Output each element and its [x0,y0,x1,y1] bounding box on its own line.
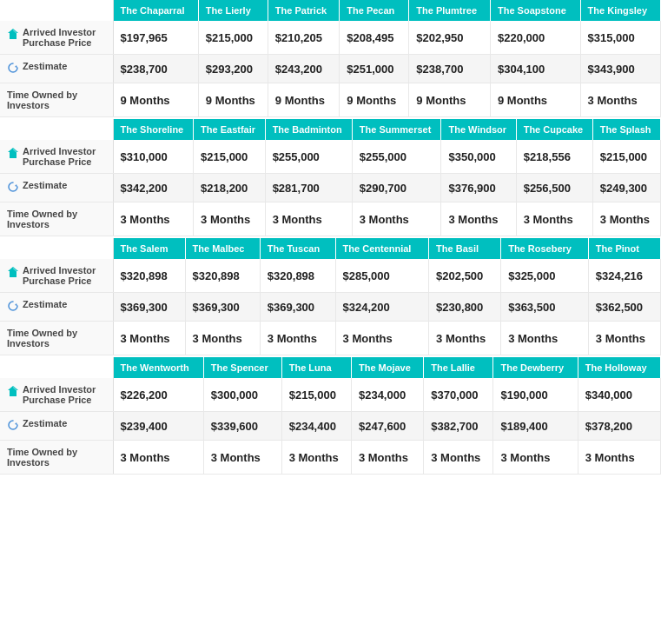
cell-zestimate-5: $304,100 [491,55,581,83]
cell-time-0: 3 Months [113,322,185,355]
data-row-purchase: Arrived Investor Purchase Price$197,965$… [0,21,661,55]
cell-zestimate-4: $230,800 [429,293,501,322]
cell-purchase-4: $202,500 [429,259,501,293]
column-header-1: The Chaparral [113,0,198,21]
column-header-4: The Centennial [335,238,429,259]
cell-zestimate-6: $362,500 [588,293,660,322]
column-header-7: The Splash [592,119,660,140]
cell-purchase-5: $190,000 [493,378,578,412]
row-label-cell: Arrived Investor Purchase Price [0,140,113,174]
column-header-3: The Patrick [268,0,339,21]
row-label-cell: Zestimate [0,55,113,83]
cell-purchase-1: $320,898 [185,259,260,293]
cell-time-1: 3 Months [203,441,281,475]
cell-zestimate-5: $189,400 [493,412,578,441]
data-row-zestimate: Zestimate$238,700$293,200$243,200$251,00… [0,55,661,83]
cell-purchase-3: $208,495 [340,21,409,55]
cell-purchase-3: $255,000 [352,140,441,174]
cell-purchase-5: $325,000 [501,259,589,293]
cell-time-4: 3 Months [424,441,493,475]
zestimate-icon [7,419,19,434]
cell-zestimate-6: $343,900 [580,55,660,83]
data-row-time: Time Owned by Investors3 Months3 Months3… [0,441,661,475]
label-header [0,238,113,259]
column-header-4: The Mojave [351,357,423,378]
row-label-cell: Time Owned by Investors [0,441,113,475]
row-label-cell: Zestimate [0,293,113,322]
cell-time-6: 3 Months [592,202,660,236]
column-header-2: The Eastfair [194,119,266,140]
cell-time-5: 3 Months [501,322,589,355]
data-row-purchase: Arrived Investor Purchase Price$320,898$… [0,259,661,293]
cell-time-5: 9 Months [491,83,581,117]
zestimate-icon [7,300,19,315]
cell-time-1: 9 Months [198,83,268,117]
row-label-text: Zestimate [23,299,67,309]
column-header-6: The Cupcake [516,119,592,140]
data-row-zestimate: Zestimate$239,400$339,600$234,400$247,60… [0,412,661,441]
cell-purchase-0: $320,898 [113,259,185,293]
column-header-3: The Luna [281,357,351,378]
cell-zestimate-6: $249,300 [592,174,660,202]
row-label-text: Time Owned by Investors [7,447,106,468]
cell-purchase-1: $215,000 [198,21,268,55]
row-label-text: Arrived Investor Purchase Price [23,265,106,286]
cell-purchase-1: $215,000 [194,140,266,174]
column-header-2: The Malbec [185,238,260,259]
header-row: The ShorelineThe EastfairThe BadmintonTh… [0,119,661,140]
cell-time-0: 3 Months [113,441,203,475]
zestimate-icon [7,62,19,76]
cell-purchase-5: $218,556 [516,140,592,174]
header-row: The WentworthThe SpencerThe LunaThe Moja… [0,357,661,378]
cell-time-3: 3 Months [352,202,441,236]
cell-time-0: 3 Months [113,202,194,236]
zestimate-icon [7,181,19,196]
cell-zestimate-6: $378,200 [578,412,660,441]
cell-time-2: 3 Months [281,441,351,475]
cell-zestimate-5: $256,500 [516,174,592,202]
label-header [0,357,113,378]
cell-zestimate-0: $239,400 [113,412,203,441]
cell-purchase-2: $320,898 [260,259,335,293]
column-header-6: The Dewberry [493,357,578,378]
cell-purchase-0: $310,000 [113,140,194,174]
row-label-text: Arrived Investor Purchase Price [23,146,106,167]
app-container: The ChaparralThe LierlyThe PatrickThe Pe… [0,0,661,475]
cell-zestimate-0: $238,700 [113,55,198,83]
cell-zestimate-1: $218,200 [194,174,266,202]
row-label-text: Zestimate [23,61,67,71]
cell-time-2: 3 Months [260,322,335,355]
row-label-text: Zestimate [23,418,67,428]
cell-time-6: 3 Months [580,83,660,117]
cell-zestimate-2: $234,400 [281,412,351,441]
arrived-icon [7,385,19,400]
label-header [0,119,113,140]
row-label-text: Time Owned by Investors [7,328,106,349]
row-label-text: Arrived Investor Purchase Price [23,384,106,405]
cell-purchase-0: $226,200 [113,378,203,412]
cell-purchase-4: $202,950 [409,21,491,55]
data-row-time: Time Owned by Investors9 Months9 Months9… [0,83,661,117]
cell-purchase-4: $350,000 [441,140,516,174]
cell-zestimate-4: $238,700 [409,55,491,83]
column-header-7: The Holloway [578,357,660,378]
column-header-3: The Badminton [265,119,352,140]
section-section2: The ShorelineThe EastfairThe BadmintonTh… [0,119,661,236]
cell-time-5: 3 Months [516,202,592,236]
column-header-5: The Lallie [424,357,493,378]
cell-zestimate-5: $363,500 [501,293,589,322]
cell-zestimate-1: $339,600 [203,412,281,441]
cell-purchase-6: $215,000 [592,140,660,174]
column-header-6: The Rosebery [501,238,589,259]
column-header-7: The Pinot [588,238,660,259]
cell-zestimate-0: $342,200 [113,174,194,202]
column-header-1: The Salem [113,238,185,259]
cell-purchase-3: $234,000 [351,378,423,412]
cell-time-0: 9 Months [113,83,198,117]
arrived-icon [7,147,19,162]
column-header-4: The Summerset [352,119,441,140]
cell-time-3: 9 Months [340,83,409,117]
cell-purchase-3: $285,000 [335,259,429,293]
cell-time-4: 3 Months [429,322,501,355]
cell-purchase-1: $300,000 [203,378,281,412]
